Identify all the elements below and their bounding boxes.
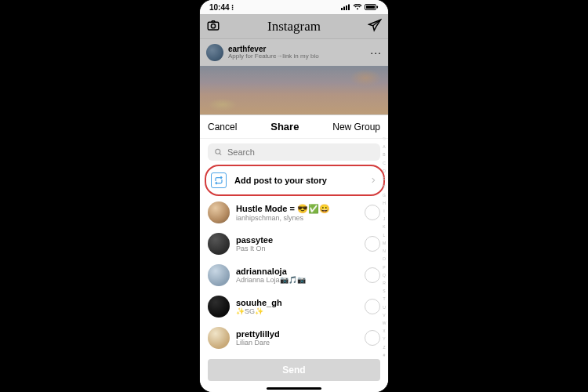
recipient-row[interactable]: adriannalojaAdrianna Loja📷🎵📷	[200, 260, 388, 291]
send-button[interactable]: Send	[208, 359, 380, 381]
recipient-name: souuhe_gh	[236, 298, 358, 307]
search-wrap	[200, 139, 388, 164]
recipient-name: adriannaloja	[236, 267, 358, 276]
recipient-row[interactable]: Hustle Mode = 😎✅😀ianhipschman, slynes	[200, 197, 388, 228]
recipient-avatar	[208, 296, 230, 318]
svg-point-9	[216, 149, 220, 154]
battery-icon	[365, 4, 379, 10]
recipient-meta: passyteePas It On	[236, 235, 358, 252]
svg-rect-2	[346, 5, 347, 10]
letterbox-stage: 10:44 ⁝ Instagram earthfever	[0, 0, 588, 392]
wifi-icon	[353, 4, 362, 10]
recipient-avatar	[208, 201, 230, 223]
svg-rect-1	[343, 7, 345, 11]
status-icons	[341, 4, 379, 10]
recipient-select-radio[interactable]	[365, 236, 380, 252]
recipient-avatar	[208, 264, 230, 286]
recipient-subtitle: Lilian Dare	[236, 339, 358, 347]
recipient-select-radio[interactable]	[365, 299, 380, 314]
recipient-subtitle: Adrianna Loja📷🎵📷	[236, 276, 358, 284]
recipient-avatar	[208, 233, 230, 255]
post-more-icon[interactable]: ···	[370, 46, 382, 59]
add-to-story-row[interactable]: Add post to your story	[206, 167, 382, 194]
recipient-row[interactable]: prettylillydLilian Dare	[200, 322, 388, 354]
share-sheet: Cancel Share New Group Add post to your …	[200, 114, 388, 392]
recipient-row[interactable]: Cugliari Specialmattbanwer, mike_cugliar…	[200, 354, 388, 354]
dimmed-backdrop: Instagram earthfever Apply for Feature→l…	[200, 14, 388, 114]
new-group-button[interactable]: New Group	[332, 122, 380, 132]
status-bar: 10:44 ⁝	[200, 0, 388, 14]
svg-point-8	[211, 24, 215, 27]
recipient-row[interactable]: souuhe_gh✨SG✨	[200, 291, 388, 322]
recipient-row[interactable]: passyteePas It On	[200, 228, 388, 260]
phone-frame: 10:44 ⁝ Instagram earthfever	[200, 0, 388, 392]
share-sheet-title: Share	[270, 121, 299, 132]
recipient-meta: adriannalojaAdrianna Loja📷🎵📷	[236, 267, 358, 284]
direct-message-icon[interactable]	[368, 18, 382, 35]
svg-rect-6	[377, 6, 379, 9]
home-indicator	[200, 384, 388, 392]
search-input[interactable]	[227, 147, 374, 157]
chevron-right-icon	[369, 173, 377, 187]
recipient-subtitle: ✨SG✨	[236, 307, 358, 315]
post-author-avatar[interactable]	[206, 44, 223, 61]
repost-icon	[211, 172, 227, 188]
recipient-select-radio[interactable]	[365, 205, 380, 220]
recipient-select-radio[interactable]	[365, 267, 380, 283]
recipient-meta: prettylillydLilian Dare	[236, 329, 358, 347]
share-sheet-header: Cancel Share New Group	[200, 115, 388, 139]
signal-icon	[341, 4, 350, 10]
recipient-meta: Hustle Mode = 😎✅😀ianhipschman, slynes	[236, 204, 358, 222]
svg-rect-3	[348, 5, 350, 11]
recipient-subtitle: Pas It On	[236, 245, 358, 252]
app-title: Instagram	[267, 19, 321, 34]
post-image	[200, 66, 388, 114]
add-to-story-label: Add post to your story	[234, 176, 361, 185]
post-author-tagline: Apply for Feature→link in my bio	[228, 53, 365, 60]
post-header: earthfever Apply for Feature→link in my …	[200, 39, 388, 66]
recipient-name: prettylillyd	[236, 329, 358, 339]
svg-rect-0	[341, 8, 343, 10]
camera-icon[interactable]	[206, 18, 220, 35]
recipient-name: passytee	[236, 235, 358, 245]
recipient-subtitle: ianhipschman, slynes	[236, 214, 358, 222]
recipient-meta: souuhe_gh✨SG✨	[236, 298, 358, 315]
search-icon	[214, 147, 223, 157]
svg-rect-7	[208, 22, 219, 30]
recipient-list: Hustle Mode = 😎✅😀ianhipschman, slynespas…	[200, 197, 388, 354]
recipient-name: Hustle Mode = 😎✅😀	[236, 204, 358, 214]
status-time: 10:44 ⁝	[209, 3, 234, 12]
svg-line-10	[220, 153, 221, 154]
svg-rect-5	[366, 5, 375, 9]
recipient-avatar	[208, 327, 230, 349]
post-author-meta[interactable]: earthfever Apply for Feature→link in my …	[228, 45, 365, 60]
recipient-select-radio[interactable]	[365, 330, 380, 346]
send-bar: Send	[200, 354, 388, 384]
cancel-button[interactable]: Cancel	[208, 122, 237, 132]
app-header: Instagram	[200, 14, 388, 39]
search-field[interactable]	[208, 143, 380, 161]
